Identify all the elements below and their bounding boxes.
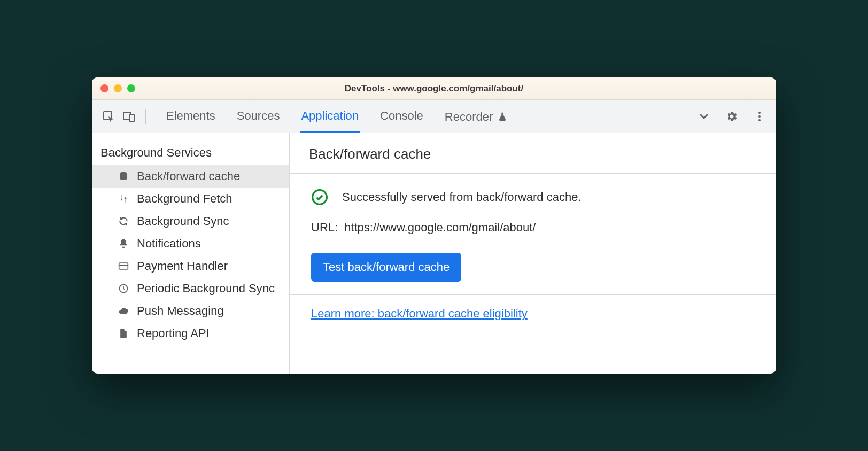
- bell-icon: [118, 238, 129, 250]
- sidebar-item-periodic-sync[interactable]: Periodic Background Sync: [92, 277, 289, 300]
- devtools-toolbar: Elements Sources Application Console Rec…: [92, 100, 776, 133]
- clock-icon: [118, 283, 129, 294]
- tab-application[interactable]: Application: [300, 99, 360, 133]
- panel-body: Background Services Back/forward cache B…: [92, 133, 776, 374]
- device-toolbar-icon[interactable]: [121, 108, 137, 125]
- sync-icon: [118, 215, 129, 227]
- gear-icon[interactable]: [724, 108, 740, 125]
- main-panel: Back/forward cache Successfully served f…: [290, 133, 776, 374]
- learn-more-link[interactable]: Learn more: back/forward cache eligibili…: [311, 307, 528, 320]
- cloud-icon: [118, 305, 129, 317]
- more-tabs-icon[interactable]: [696, 108, 712, 125]
- sidebar-item-payment[interactable]: Payment Handler: [92, 255, 289, 277]
- url-value: https://www.google.com/gmail/about/: [344, 221, 536, 235]
- sidebar-item-label: Background Fetch: [137, 192, 232, 206]
- card-icon: [118, 260, 129, 272]
- inspect-icon[interactable]: [100, 108, 117, 125]
- file-icon: [118, 328, 129, 339]
- fetch-icon: [118, 193, 129, 205]
- main-heading: Back/forward cache: [290, 133, 776, 174]
- window-controls: [100, 84, 135, 92]
- sidebar-item-reporting[interactable]: Reporting API: [92, 322, 289, 345]
- window-title: DevTools - www.google.com/gmail/about/: [92, 83, 776, 94]
- svg-point-4: [758, 115, 761, 118]
- check-circle-icon: [311, 189, 328, 206]
- toolbar-divider: [145, 109, 146, 124]
- sidebar-item-label: Periodic Background Sync: [137, 282, 275, 296]
- toolbar-right: [696, 108, 768, 125]
- sidebar-item-label: Background Sync: [137, 214, 229, 228]
- sidebar-section-header: Background Services: [92, 139, 289, 165]
- svg-rect-2: [129, 114, 134, 122]
- status-row: Successfully served from back/forward ca…: [311, 189, 755, 206]
- tab-console[interactable]: Console: [379, 99, 424, 133]
- sidebar-item-bg-fetch[interactable]: Background Fetch: [92, 188, 289, 210]
- tab-recorder-label: Recorder: [445, 110, 493, 124]
- main-content: Successfully served from back/forward ca…: [290, 174, 776, 295]
- url-label: URL:: [311, 221, 338, 235]
- sidebar-item-bg-sync[interactable]: Background Sync: [92, 210, 289, 232]
- sidebar-item-label: Payment Handler: [137, 259, 228, 273]
- url-row: URL: https://www.google.com/gmail/about/: [311, 221, 755, 235]
- flask-icon: [497, 112, 508, 122]
- svg-rect-7: [119, 263, 128, 269]
- minimize-window-button[interactable]: [114, 84, 122, 92]
- sidebar-item-notifications[interactable]: Notifications: [92, 232, 289, 255]
- titlebar: DevTools - www.google.com/gmail/about/: [92, 77, 776, 100]
- tab-recorder[interactable]: Recorder: [444, 99, 509, 133]
- zoom-window-button[interactable]: [127, 84, 135, 92]
- svg-point-5: [758, 119, 761, 121]
- svg-point-3: [758, 112, 761, 114]
- sidebar-item-label: Reporting API: [137, 326, 210, 340]
- sidebar: Background Services Back/forward cache B…: [92, 133, 290, 374]
- devtools-window: DevTools - www.google.com/gmail/about/ E…: [92, 77, 776, 374]
- sidebar-item-label: Notifications: [137, 237, 201, 251]
- close-window-button[interactable]: [100, 84, 108, 92]
- tab-sources[interactable]: Sources: [236, 99, 281, 133]
- sidebar-item-label: Back/forward cache: [137, 169, 240, 183]
- test-bfcache-button[interactable]: Test back/forward cache: [311, 253, 461, 282]
- sidebar-item-push[interactable]: Push Messaging: [92, 300, 289, 322]
- database-icon: [118, 170, 129, 182]
- sidebar-item-bfcache[interactable]: Back/forward cache: [92, 165, 289, 188]
- status-text: Successfully served from back/forward ca…: [342, 190, 582, 204]
- footer: Learn more: back/forward cache eligibili…: [290, 295, 776, 332]
- kebab-menu-icon[interactable]: [751, 108, 768, 125]
- panel-tabs: Elements Sources Application Console Rec…: [165, 99, 509, 133]
- tab-elements[interactable]: Elements: [165, 99, 216, 133]
- sidebar-item-label: Push Messaging: [137, 304, 224, 318]
